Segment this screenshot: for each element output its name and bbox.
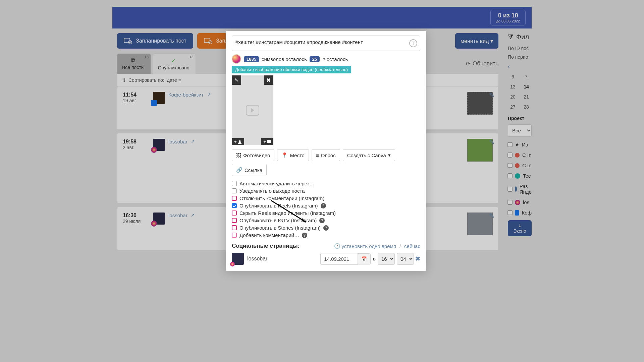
filter-item[interactable]: Коф [508, 210, 532, 216]
refresh-button[interactable]: ⟳ Обновить [466, 60, 498, 67]
filter-item[interactable]: Tec [508, 173, 532, 179]
filter-favorites[interactable]: ★Из [508, 141, 532, 147]
filter-item[interactable]: los [508, 199, 532, 205]
schedule-post-button[interactable]: Запланировать пост [117, 33, 193, 49]
edit-post-button[interactable]: ✎ [489, 138, 495, 146]
clock-icon: 🕐 [334, 243, 340, 249]
counter-main: 0 из 10 [496, 12, 520, 19]
instagram-icon [515, 200, 520, 205]
status-dot-icon [515, 153, 520, 158]
cover-hint[interactable]: Добавьте изображение обложки видео (необ… [232, 66, 351, 73]
canva-button[interactable]: Создать с Canva ▾ [343, 149, 395, 161]
schedule-icon [124, 37, 132, 45]
poll-icon: ≡ [316, 153, 319, 158]
status-dot-icon [515, 163, 520, 168]
opt-disable-comments[interactable]: Отключить комментарии (Instagram) [232, 195, 420, 201]
sort-by-date[interactable]: дате ≡ [167, 77, 181, 83]
edit-post-button[interactable]: ✎ [489, 91, 495, 99]
chars-remaining: 1885 [244, 56, 259, 62]
sort-desc-icon: ≡ [178, 77, 181, 83]
opt-add-comment[interactable]: Добавить комментарий…? [232, 232, 420, 238]
minute-select[interactable]: 04 [397, 253, 414, 259]
star-icon: ★ [515, 141, 519, 147]
edit-post-button[interactable]: ✎ [489, 212, 495, 220]
tab-published[interactable]: 13 ✓ Опубликовано [153, 53, 196, 74]
top-bar: 0 из 10 до 03.06.2022 [112, 7, 532, 28]
edit-media-button[interactable]: ✎ [232, 75, 241, 85]
counter-sub: до 03.06.2022 [496, 19, 520, 23]
account-link[interactable]: lossobar [168, 139, 187, 144]
tab-all-posts[interactable]: 13 ⧉ Все посты [117, 53, 151, 74]
avatar [153, 139, 165, 151]
svg-rect-2 [204, 38, 210, 43]
project-select[interactable]: Все [508, 124, 532, 137]
opt-notify[interactable]: Уведомлять о выходе поста [232, 188, 420, 194]
svg-point-4 [239, 140, 240, 142]
help-icon[interactable]: ? [323, 225, 329, 231]
network-icon [515, 173, 520, 179]
remove-account-button[interactable]: ✖ [415, 255, 420, 258]
schedule-icon [204, 37, 213, 45]
attach-photo-button[interactable]: 🖼Фото/видео [232, 149, 274, 161]
instagram-icon [232, 54, 241, 64]
filter-heading: ⧩ Фил [508, 33, 532, 41]
sort-handle-icon: ⇅ [122, 77, 126, 83]
avatar [232, 253, 244, 258]
external-link-icon: ↗ [191, 213, 195, 218]
svg-point-3 [209, 41, 212, 44]
facebook-badge-icon [151, 100, 157, 106]
facebook-icon [515, 210, 519, 216]
tag-people-button[interactable]: + [232, 138, 244, 145]
hashtags-remaining: 25 [310, 56, 320, 62]
vk-icon [515, 186, 517, 192]
filter-item[interactable]: C In [508, 163, 532, 168]
usage-counter: 0 из 10 до 03.06.2022 [490, 10, 526, 25]
now-link[interactable]: сейчас [404, 243, 420, 249]
pin-icon: 📍 [281, 152, 288, 158]
opt-publish-reels[interactable]: Опубликовать в Reels (Instagram)? [232, 203, 420, 208]
svg-rect-0 [124, 38, 130, 43]
external-link-icon: ↗ [191, 139, 195, 144]
tag-product-button[interactable]: + [261, 138, 273, 145]
export-button[interactable]: ⤓ Экспо [508, 220, 532, 236]
publish-options: Автоматически удалить через… Уведомлять … [232, 181, 420, 238]
calendar-icon: 📅 [361, 256, 367, 259]
avatar [153, 213, 165, 225]
opt-publish-igtv[interactable]: Опубликовать в IGTV (Instagram)? [232, 218, 420, 223]
avatar [153, 92, 165, 104]
opt-publish-stories[interactable]: Опубликовать в Stories (Instagram)? [232, 225, 420, 231]
change-view-button[interactable]: менить вид ▾ [455, 33, 498, 49]
image-icon: 🖼 [236, 153, 241, 158]
instagram-badge-icon [151, 221, 157, 227]
calendar[interactable]: 67 1314 2021 2728 [508, 73, 532, 111]
text-format-icon[interactable]: T [409, 39, 417, 47]
post-text-input[interactable] [235, 39, 407, 45]
help-icon[interactable]: ? [319, 218, 325, 223]
media-preview: ✎ ✖ + + [232, 75, 273, 145]
filter-icon: ⧩ [508, 33, 514, 41]
opt-auto-delete[interactable]: Автоматически удалить через… [232, 181, 420, 186]
social-pages-heading: Социальные страницы: [232, 243, 300, 249]
help-icon[interactable]: ? [321, 203, 326, 208]
post-editor-modal: T 1885 символов осталось 25 # осталось Д… [226, 31, 426, 258]
hour-select[interactable]: 16 [378, 253, 395, 259]
set-one-time-link[interactable]: установить одно время [342, 243, 396, 249]
filter-item[interactable]: C In [508, 152, 532, 158]
calendar-prev[interactable]: ‹ [508, 63, 532, 70]
filter-item[interactable]: Раз Янде [508, 183, 532, 195]
schedule-date-input[interactable] [320, 253, 358, 259]
account-link[interactable]: Кофе-брейкзит [168, 92, 204, 98]
social-account-name: lossobar [247, 256, 267, 258]
opt-hide-reels-feed[interactable]: Скрыть Reels видео из ленты (Instagram) [232, 210, 420, 216]
account-link[interactable]: lossobar [168, 213, 187, 218]
remove-media-button[interactable]: ✖ [264, 75, 273, 85]
attach-place-button[interactable]: 📍Место [277, 149, 309, 161]
attach-poll-button[interactable]: ≡Опрос [312, 149, 340, 161]
link-icon: 🔗 [236, 167, 243, 173]
play-icon [246, 105, 259, 116]
help-icon[interactable]: ? [302, 233, 307, 238]
calendar-button[interactable]: 📅 [358, 253, 371, 259]
attach-link-button[interactable]: 🔗Ссылка [232, 164, 267, 176]
check-icon: ✓ [171, 57, 176, 64]
instagram-badge-icon [151, 147, 157, 153]
